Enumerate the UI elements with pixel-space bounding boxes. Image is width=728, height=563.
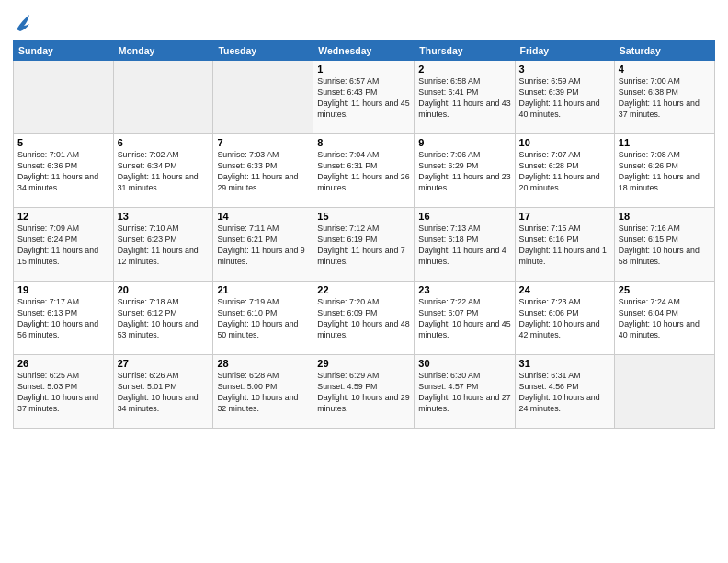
day-info: Sunrise: 6:59 AM Sunset: 6:39 PM Dayligh… [519, 76, 610, 121]
day-info: Sunrise: 7:07 AM Sunset: 6:28 PM Dayligh… [519, 150, 610, 194]
day-info: Sunrise: 7:13 AM Sunset: 6:18 PM Dayligh… [418, 224, 510, 268]
week-row-5: 26Sunrise: 6:25 AM Sunset: 5:03 PM Dayli… [14, 355, 715, 429]
calendar-cell: 2Sunrise: 6:58 AM Sunset: 6:41 PM Daylig… [415, 61, 515, 134]
day-info: Sunrise: 7:16 AM Sunset: 6:15 PM Dayligh… [619, 224, 711, 268]
day-number: 5 [17, 137, 109, 148]
day-info: Sunrise: 6:29 AM Sunset: 4:59 PM Dayligh… [317, 371, 410, 415]
day-info: Sunrise: 7:06 AM Sunset: 6:29 PM Dayligh… [418, 150, 510, 194]
day-number: 25 [619, 284, 711, 295]
calendar-cell: 28Sunrise: 6:28 AM Sunset: 5:00 PM Dayli… [213, 355, 313, 429]
day-info: Sunrise: 7:11 AM Sunset: 6:21 PM Dayligh… [217, 224, 309, 268]
week-row-2: 5Sunrise: 7:01 AM Sunset: 6:36 PM Daylig… [14, 134, 715, 208]
day-info: Sunrise: 7:08 AM Sunset: 6:26 PM Dayligh… [619, 150, 711, 194]
week-row-4: 19Sunrise: 7:17 AM Sunset: 6:13 PM Dayli… [14, 282, 715, 355]
day-info: Sunrise: 6:25 AM Sunset: 5:03 PM Dayligh… [17, 371, 109, 415]
day-number: 28 [217, 358, 309, 369]
day-info: Sunrise: 7:03 AM Sunset: 6:33 PM Dayligh… [217, 150, 309, 194]
calendar-cell: 21Sunrise: 7:19 AM Sunset: 6:10 PM Dayli… [213, 282, 313, 355]
day-number: 27 [118, 358, 210, 369]
calendar-page: SundayMondayTuesdayWednesdayThursdayFrid… [0, 0, 728, 563]
calendar-cell: 14Sunrise: 7:11 AM Sunset: 6:21 PM Dayli… [213, 208, 313, 282]
day-number: 15 [317, 211, 410, 222]
calendar-cell: 31Sunrise: 6:31 AM Sunset: 4:56 PM Dayli… [515, 355, 614, 429]
calendar-cell [614, 355, 714, 429]
day-number: 23 [418, 284, 510, 295]
day-number: 2 [418, 63, 510, 75]
day-info: Sunrise: 7:01 AM Sunset: 6:36 PM Dayligh… [17, 150, 109, 194]
day-number: 19 [17, 284, 109, 295]
day-info: Sunrise: 7:12 AM Sunset: 6:19 PM Dayligh… [317, 224, 410, 268]
day-number: 16 [418, 211, 510, 222]
calendar-cell: 7Sunrise: 7:03 AM Sunset: 6:33 PM Daylig… [213, 134, 313, 208]
header [13, 9, 715, 33]
calendar-cell: 17Sunrise: 7:15 AM Sunset: 6:16 PM Dayli… [515, 208, 614, 282]
day-number: 17 [519, 211, 610, 222]
day-number: 12 [17, 211, 109, 222]
day-number: 13 [118, 211, 210, 222]
day-number: 31 [519, 358, 610, 369]
calendar-cell: 30Sunrise: 6:30 AM Sunset: 4:57 PM Dayli… [415, 355, 515, 429]
day-number: 11 [619, 137, 711, 148]
day-info: Sunrise: 7:18 AM Sunset: 6:12 PM Dayligh… [118, 297, 210, 341]
logo-bird-icon [15, 13, 31, 33]
calendar-cell: 20Sunrise: 7:18 AM Sunset: 6:12 PM Dayli… [113, 282, 213, 355]
day-info: Sunrise: 6:26 AM Sunset: 5:01 PM Dayligh… [118, 371, 210, 415]
calendar-cell: 16Sunrise: 7:13 AM Sunset: 6:18 PM Dayli… [415, 208, 515, 282]
calendar-cell: 11Sunrise: 7:08 AM Sunset: 6:26 PM Dayli… [614, 134, 714, 208]
day-number: 18 [619, 211, 711, 222]
day-info: Sunrise: 6:30 AM Sunset: 4:57 PM Dayligh… [418, 371, 510, 415]
header-row: SundayMondayTuesdayWednesdayThursdayFrid… [14, 41, 715, 61]
day-number: 24 [519, 284, 610, 295]
day-info: Sunrise: 7:10 AM Sunset: 6:23 PM Dayligh… [118, 224, 210, 268]
day-number: 9 [418, 137, 510, 148]
col-header-thursday: Thursday [415, 41, 515, 61]
calendar-cell [14, 61, 114, 134]
day-number: 30 [418, 358, 510, 369]
calendar-cell [113, 61, 213, 134]
calendar-cell: 12Sunrise: 7:09 AM Sunset: 6:24 PM Dayli… [14, 208, 114, 282]
day-info: Sunrise: 7:23 AM Sunset: 6:06 PM Dayligh… [519, 297, 610, 341]
calendar-cell: 3Sunrise: 6:59 AM Sunset: 6:39 PM Daylig… [515, 61, 614, 134]
day-info: Sunrise: 6:57 AM Sunset: 6:43 PM Dayligh… [317, 76, 410, 121]
col-header-saturday: Saturday [614, 41, 714, 61]
day-info: Sunrise: 6:31 AM Sunset: 4:56 PM Dayligh… [519, 371, 610, 415]
day-number: 14 [217, 211, 309, 222]
day-info: Sunrise: 7:02 AM Sunset: 6:34 PM Dayligh… [118, 150, 210, 194]
calendar-table: SundayMondayTuesdayWednesdayThursdayFrid… [13, 40, 715, 429]
day-number: 21 [217, 284, 309, 295]
day-info: Sunrise: 7:09 AM Sunset: 6:24 PM Dayligh… [17, 224, 109, 268]
calendar-cell: 22Sunrise: 7:20 AM Sunset: 6:09 PM Dayli… [313, 282, 415, 355]
calendar-cell: 25Sunrise: 7:24 AM Sunset: 6:04 PM Dayli… [614, 282, 714, 355]
day-info: Sunrise: 6:28 AM Sunset: 5:00 PM Dayligh… [217, 371, 309, 415]
day-number: 4 [619, 63, 711, 75]
day-number: 3 [519, 63, 610, 75]
day-info: Sunrise: 7:20 AM Sunset: 6:09 PM Dayligh… [317, 297, 410, 341]
col-header-friday: Friday [515, 41, 614, 61]
calendar-cell: 6Sunrise: 7:02 AM Sunset: 6:34 PM Daylig… [113, 134, 213, 208]
calendar-cell: 4Sunrise: 7:00 AM Sunset: 6:38 PM Daylig… [614, 61, 714, 134]
week-row-1: 1Sunrise: 6:57 AM Sunset: 6:43 PM Daylig… [14, 61, 715, 134]
calendar-cell: 13Sunrise: 7:10 AM Sunset: 6:23 PM Dayli… [113, 208, 213, 282]
logo [13, 13, 31, 33]
col-header-monday: Monday [113, 41, 213, 61]
calendar-cell: 8Sunrise: 7:04 AM Sunset: 6:31 PM Daylig… [313, 134, 415, 208]
day-info: Sunrise: 7:22 AM Sunset: 6:07 PM Dayligh… [418, 297, 510, 341]
calendar-cell: 19Sunrise: 7:17 AM Sunset: 6:13 PM Dayli… [14, 282, 114, 355]
day-number: 8 [317, 137, 410, 148]
col-header-wednesday: Wednesday [313, 41, 415, 61]
calendar-cell [213, 61, 313, 134]
day-info: Sunrise: 6:58 AM Sunset: 6:41 PM Dayligh… [418, 76, 510, 121]
calendar-cell: 27Sunrise: 6:26 AM Sunset: 5:01 PM Dayli… [113, 355, 213, 429]
day-number: 26 [17, 358, 109, 369]
day-info: Sunrise: 7:00 AM Sunset: 6:38 PM Dayligh… [619, 76, 711, 121]
calendar-cell: 29Sunrise: 6:29 AM Sunset: 4:59 PM Dayli… [313, 355, 415, 429]
day-number: 7 [217, 137, 309, 148]
calendar-cell: 10Sunrise: 7:07 AM Sunset: 6:28 PM Dayli… [515, 134, 614, 208]
day-number: 6 [118, 137, 210, 148]
day-number: 10 [519, 137, 610, 148]
day-number: 29 [317, 358, 410, 369]
calendar-cell: 26Sunrise: 6:25 AM Sunset: 5:03 PM Dayli… [14, 355, 114, 429]
day-info: Sunrise: 7:15 AM Sunset: 6:16 PM Dayligh… [519, 224, 610, 268]
day-info: Sunrise: 7:17 AM Sunset: 6:13 PM Dayligh… [17, 297, 109, 341]
calendar-cell: 15Sunrise: 7:12 AM Sunset: 6:19 PM Dayli… [313, 208, 415, 282]
